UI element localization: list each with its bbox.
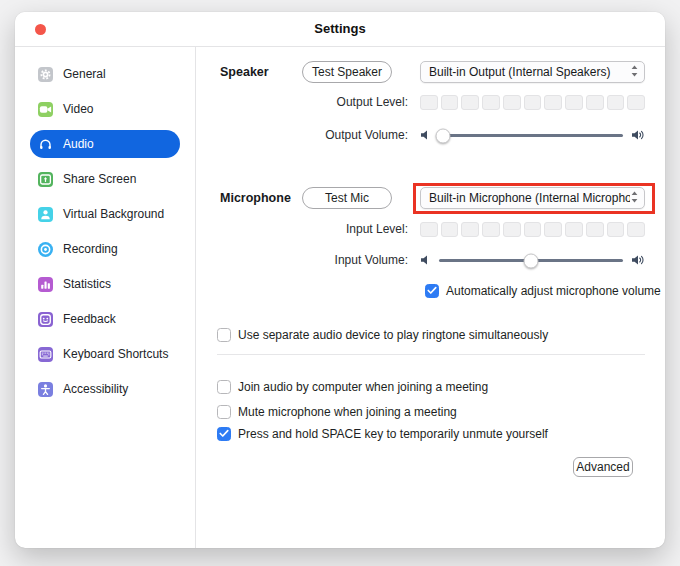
- sidebar-item-statistics[interactable]: Statistics: [30, 270, 180, 298]
- checkbox-label: Automatically adjust microphone volume: [446, 284, 661, 298]
- sidebar-item-share-screen[interactable]: Share Screen: [30, 165, 180, 193]
- input-volume-label: Input Volume:: [197, 253, 408, 268]
- output-level-label: Output Level:: [197, 95, 408, 110]
- level-meter-segment: [627, 95, 645, 110]
- share-screen-icon: [38, 172, 53, 187]
- sidebar-item-label: Share Screen: [63, 172, 136, 186]
- sidebar-item-label: Audio: [63, 137, 94, 151]
- sidebar-item-general[interactable]: General: [30, 60, 180, 88]
- title-bar: Settings: [15, 12, 665, 47]
- sidebar-item-label: Keyboard Shortcuts: [63, 347, 168, 361]
- output-volume-slider[interactable]: [420, 128, 645, 143]
- level-meter-segment: [420, 95, 438, 110]
- test-speaker-button[interactable]: Test Speaker: [302, 61, 392, 83]
- sidebar-item-label: Accessibility: [63, 382, 128, 396]
- separate-ringtone-option[interactable]: Use separate audio device to play ringto…: [217, 327, 548, 342]
- speaker-quiet-icon: [420, 252, 431, 270]
- chevron-up-down-icon: [630, 190, 639, 207]
- output-volume-knob[interactable]: [435, 128, 450, 143]
- microphone-section-label: Microphone: [220, 187, 291, 209]
- checkbox[interactable]: [217, 328, 231, 342]
- output-level-meter: [420, 95, 645, 110]
- chevron-up-down-icon: [630, 64, 639, 81]
- sidebar-item-keyboard-shortcuts[interactable]: Keyboard Shortcuts: [30, 340, 180, 368]
- level-meter-segment: [586, 222, 604, 237]
- level-meter-segment: [607, 222, 625, 237]
- level-meter-segment: [565, 222, 583, 237]
- settings-window: Settings General Video Audio Share Scree…: [15, 12, 665, 548]
- sidebar-item-label: General: [63, 67, 106, 81]
- space-unmute-option[interactable]: Press and hold SPACE key to temporarily …: [217, 426, 548, 441]
- sidebar-item-feedback[interactable]: Feedback: [30, 305, 180, 333]
- level-meter-segment: [503, 95, 521, 110]
- microphone-device-select[interactable]: Built-in Microphone (Internal Microphon.…: [420, 187, 645, 209]
- advanced-button[interactable]: Advanced: [573, 457, 633, 477]
- level-meter-segment: [524, 222, 542, 237]
- smiley-face-icon: [38, 312, 53, 327]
- person-silhouette-icon: [38, 207, 53, 222]
- sidebar-item-label: Feedback: [63, 312, 116, 326]
- level-meter-segment: [461, 222, 479, 237]
- sidebar-item-label: Recording: [63, 242, 118, 256]
- level-meter-segment: [441, 95, 459, 110]
- speaker-device-value: Built-in Output (Internal Speakers): [429, 65, 630, 79]
- video-camera-icon: [38, 102, 53, 117]
- sidebar: General Video Audio Share Screen Virtual…: [15, 47, 196, 548]
- checkbox[interactable]: [217, 380, 231, 394]
- join-audio-option[interactable]: Join audio by computer when joining a me…: [217, 379, 488, 394]
- keyboard-icon: [38, 347, 53, 362]
- gear-icon: [38, 67, 53, 82]
- speaker-device-select[interactable]: Built-in Output (Internal Speakers): [420, 61, 645, 83]
- headphones-icon: [38, 137, 53, 152]
- level-meter-segment: [441, 222, 459, 237]
- sidebar-item-audio[interactable]: Audio: [30, 130, 180, 158]
- audio-settings-panel: Speaker Test Speaker Built-in Output (In…: [197, 47, 665, 548]
- sidebar-item-accessibility[interactable]: Accessibility: [30, 375, 180, 403]
- sidebar-item-label: Video: [63, 102, 93, 116]
- input-level-label: Input Level:: [197, 222, 408, 237]
- speaker-loud-icon: [631, 252, 645, 270]
- level-meter-segment: [482, 95, 500, 110]
- input-volume-knob[interactable]: [524, 253, 539, 268]
- checkbox[interactable]: [217, 427, 231, 441]
- sidebar-item-virtual-background[interactable]: Virtual Background: [30, 200, 180, 228]
- sidebar-item-label: Statistics: [63, 277, 111, 291]
- speaker-loud-icon: [631, 127, 645, 145]
- checkbox[interactable]: [217, 405, 231, 419]
- level-meter-segment: [420, 222, 438, 237]
- test-mic-button[interactable]: Test Mic: [302, 187, 392, 209]
- checkbox-label: Mute microphone when joining a meeting: [238, 405, 457, 419]
- level-meter-segment: [565, 95, 583, 110]
- mute-microphone-option[interactable]: Mute microphone when joining a meeting: [217, 404, 457, 419]
- level-meter-segment: [503, 222, 521, 237]
- checkbox-label: Press and hold SPACE key to temporarily …: [238, 427, 548, 441]
- input-volume-slider[interactable]: [420, 253, 645, 268]
- sidebar-item-video[interactable]: Video: [30, 95, 180, 123]
- speaker-quiet-icon: [420, 127, 431, 145]
- level-meter-segment: [544, 95, 562, 110]
- accessibility-person-icon: [38, 382, 53, 397]
- level-meter-segment: [544, 222, 562, 237]
- level-meter-segment: [482, 222, 500, 237]
- level-meter-segment: [607, 95, 625, 110]
- microphone-device-value: Built-in Microphone (Internal Microphon.…: [429, 191, 630, 205]
- level-meter-segment: [461, 95, 479, 110]
- checkbox[interactable]: [425, 284, 439, 298]
- level-meter-segment: [524, 95, 542, 110]
- auto-adjust-volume-option[interactable]: Automatically adjust microphone volume: [425, 283, 661, 298]
- checkbox-label: Use separate audio device to play ringto…: [238, 328, 548, 342]
- record-icon: [38, 242, 53, 257]
- output-volume-track[interactable]: [439, 134, 623, 137]
- input-level-meter: [420, 222, 645, 237]
- section-divider: [217, 354, 645, 355]
- sidebar-item-label: Virtual Background: [63, 207, 164, 221]
- input-volume-track[interactable]: [439, 259, 623, 262]
- sidebar-item-recording[interactable]: Recording: [30, 235, 180, 263]
- level-meter-segment: [586, 95, 604, 110]
- checkbox-label: Join audio by computer when joining a me…: [238, 380, 488, 394]
- bar-chart-icon: [38, 277, 53, 292]
- speaker-section-label: Speaker: [220, 61, 269, 83]
- window-title: Settings: [15, 12, 665, 46]
- level-meter-segment: [627, 222, 645, 237]
- output-volume-label: Output Volume:: [197, 128, 408, 143]
